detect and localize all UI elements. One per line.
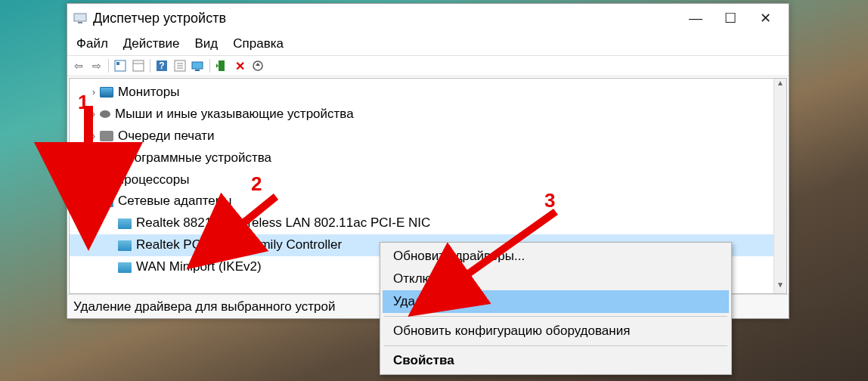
separator bbox=[108, 59, 109, 73]
enable-icon[interactable] bbox=[213, 57, 230, 74]
tree-item-printqueues[interactable]: › Очереди печати bbox=[70, 125, 786, 147]
menu-file[interactable]: Файл bbox=[69, 35, 116, 53]
minimize-button[interactable]: — bbox=[678, 11, 713, 26]
scan-hardware-icon[interactable] bbox=[190, 57, 206, 74]
svg-marker-15 bbox=[216, 64, 219, 68]
network-icon bbox=[118, 240, 132, 251]
titlebar[interactable]: Диспетчер устройств — ☐ ✕ bbox=[67, 4, 789, 33]
tree-label: Программные устройства bbox=[118, 147, 271, 169]
svg-rect-4 bbox=[133, 60, 144, 71]
tree-label: Процессоры bbox=[115, 169, 189, 191]
back-icon[interactable]: ⇦ bbox=[70, 57, 87, 74]
ctx-rescan[interactable]: Обновить конфигурацию оборудования bbox=[383, 320, 729, 342]
toolbar: ⇦ ⇨ ? ✕ bbox=[67, 55, 789, 76]
forward-icon[interactable]: ⇨ bbox=[88, 57, 105, 74]
scrollbar[interactable]: ▲ ▼ bbox=[773, 79, 786, 293]
tool-icon[interactable] bbox=[172, 57, 188, 74]
status-text: Удаление драйвера для выбранного устрой bbox=[73, 299, 335, 314]
annotation-arrow bbox=[72, 106, 110, 227]
app-icon bbox=[73, 11, 87, 25]
menubar: Файл Действие Вид Справка bbox=[67, 33, 789, 55]
annotation-arrow bbox=[423, 208, 575, 314]
separator bbox=[209, 59, 210, 73]
ctx-properties[interactable]: Свойства bbox=[383, 349, 729, 372]
svg-line-23 bbox=[439, 212, 556, 295]
close-button[interactable]: ✕ bbox=[748, 10, 783, 26]
tool-icon[interactable] bbox=[130, 57, 147, 74]
svg-rect-1 bbox=[78, 22, 82, 23]
scroll-up-icon[interactable]: ▲ bbox=[774, 79, 786, 91]
separator bbox=[384, 345, 727, 346]
tree-item-processors[interactable]: › Процессоры bbox=[70, 169, 786, 191]
svg-rect-13 bbox=[195, 70, 200, 71]
tree-item-mice[interactable]: › Мыши и иные указывающие устройства bbox=[70, 104, 786, 125]
uninstall-icon[interactable]: ✕ bbox=[231, 57, 248, 74]
svg-rect-12 bbox=[192, 62, 203, 69]
maximize-button[interactable]: ☐ bbox=[713, 10, 748, 26]
monitor-icon bbox=[100, 87, 113, 98]
separator bbox=[150, 59, 150, 73]
svg-rect-3 bbox=[116, 62, 119, 65]
tree-label: Очереди печати bbox=[118, 125, 215, 147]
menu-action[interactable]: Действие bbox=[116, 35, 188, 53]
network-icon bbox=[118, 262, 132, 273]
svg-marker-17 bbox=[256, 63, 260, 66]
svg-line-21 bbox=[215, 197, 276, 246]
help-icon[interactable]: ? bbox=[153, 57, 170, 74]
tool-icon[interactable] bbox=[112, 57, 129, 74]
svg-rect-14 bbox=[219, 60, 225, 71]
window-title: Диспетчер устройств bbox=[93, 11, 678, 26]
tree-label: Мониторы bbox=[118, 82, 179, 104]
menu-view[interactable]: Вид bbox=[188, 35, 226, 53]
network-icon bbox=[118, 218, 132, 229]
separator bbox=[384, 316, 727, 317]
tree-label: Мыши и иные указывающие устройства bbox=[115, 104, 354, 125]
svg-rect-0 bbox=[74, 14, 86, 21]
menu-help[interactable]: Справка bbox=[225, 35, 291, 53]
svg-text:?: ? bbox=[159, 60, 164, 71]
update-driver-icon[interactable] bbox=[250, 57, 266, 74]
tree-item-software[interactable]: › Программные устройства bbox=[70, 147, 786, 169]
tree-item-monitors[interactable]: › Мониторы bbox=[70, 82, 786, 104]
scroll-down-icon[interactable]: ▼ bbox=[774, 280, 786, 293]
annotation-arrow bbox=[204, 193, 295, 261]
